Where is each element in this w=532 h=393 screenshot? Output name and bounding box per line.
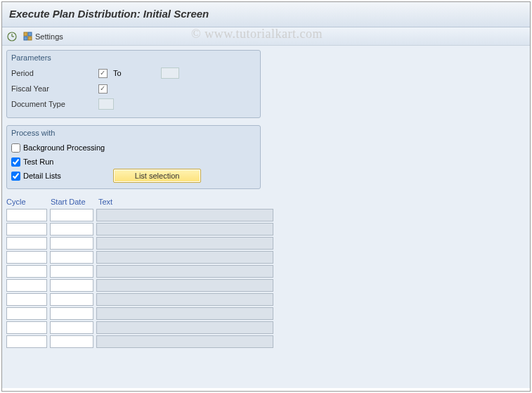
table-row [6,251,286,264]
table-row [6,279,286,292]
settings-button[interactable]: Settings [20,30,65,43]
cycle-field[interactable] [6,293,47,306]
table-row [6,237,286,250]
svg-rect-5 [24,37,27,40]
start-date-field[interactable] [50,223,93,236]
content-area: Parameters Period To Fiscal Year Documen… [2,46,530,388]
text-field[interactable] [96,307,273,320]
application-toolbar: Settings [2,27,530,46]
to-label: To [113,69,122,77]
detail-lists-label: Detail Lists [23,172,61,180]
settings-label: Settings [35,32,63,41]
start-date-field[interactable] [50,251,93,264]
text-field[interactable] [96,237,273,250]
document-type-row: Document Type [11,96,256,112]
start-date-field[interactable] [50,209,93,221]
table-row [6,321,286,334]
process-with-group-title: Process with [7,126,260,139]
background-processing-row: Background Processing [11,141,256,155]
start-date-field[interactable] [50,335,93,348]
cycle-field[interactable] [6,237,47,250]
document-type-field[interactable] [98,98,114,110]
col-header-cycle: Cycle [6,198,45,206]
window-title-bar: Execute Plan Distribution: Initial Scree… [2,2,530,27]
main-window: Execute Plan Distribution: Initial Scree… [1,1,531,392]
period-to-field[interactable] [161,67,179,79]
table-row [6,209,286,221]
parameters-group: Parameters Period To Fiscal Year Documen… [6,50,261,118]
cycle-field[interactable] [6,265,47,278]
process-with-group: Process with Background Processing Test … [6,125,261,189]
detail-lists-checkbox[interactable] [11,172,20,181]
text-field[interactable] [96,223,273,236]
cycle-field[interactable] [6,307,47,320]
text-field[interactable] [96,251,273,264]
period-label: Period [11,69,96,77]
document-type-label: Document Type [11,100,96,108]
text-field[interactable] [96,335,273,348]
required-icon [98,69,108,78]
settings-icon [22,31,34,42]
col-header-start-date: Start Date [51,198,93,206]
cycle-table: Cycle Start Date Text [6,196,286,348]
fiscal-year-row: Fiscal Year [11,81,256,96]
table-row [6,265,286,278]
cycle-field[interactable] [6,279,47,292]
text-field[interactable] [96,321,273,334]
svg-rect-3 [24,32,27,36]
period-row: Period To [11,65,256,81]
detail-lists-row: Detail Lists List selection [11,169,256,183]
test-run-row: Test Run [11,155,256,169]
col-header-text: Text [98,198,286,206]
background-processing-label: Background Processing [23,143,105,152]
text-field[interactable] [96,293,273,306]
start-date-field[interactable] [50,237,93,250]
table-row [6,335,286,348]
test-run-checkbox[interactable] [11,157,20,167]
list-selection-button[interactable]: List selection [113,169,202,183]
start-date-field[interactable] [50,321,93,334]
background-processing-checkbox[interactable] [11,143,20,153]
required-icon [98,84,108,94]
cycle-field[interactable] [6,321,47,334]
table-header: Cycle Start Date Text [6,196,286,209]
table-row [6,293,286,306]
parameters-group-title: Parameters [7,51,260,64]
cycle-field[interactable] [6,223,47,236]
svg-rect-6 [28,37,32,40]
text-field[interactable] [96,279,273,292]
cycle-field[interactable] [6,335,47,348]
execute-icon[interactable] [6,31,18,42]
text-field[interactable] [96,209,273,221]
table-row [6,223,286,236]
cycle-field[interactable] [6,251,47,264]
fiscal-year-label: Fiscal Year [11,84,96,93]
start-date-field[interactable] [50,279,93,292]
start-date-field[interactable] [50,307,93,320]
table-row [6,307,286,320]
start-date-field[interactable] [50,265,93,278]
svg-rect-4 [28,32,32,36]
text-field[interactable] [96,265,273,278]
start-date-field[interactable] [50,293,93,306]
test-run-label: Test Run [23,157,53,166]
window-title: Execute Plan Distribution: Initial Scree… [9,8,209,20]
cycle-field[interactable] [6,209,47,221]
